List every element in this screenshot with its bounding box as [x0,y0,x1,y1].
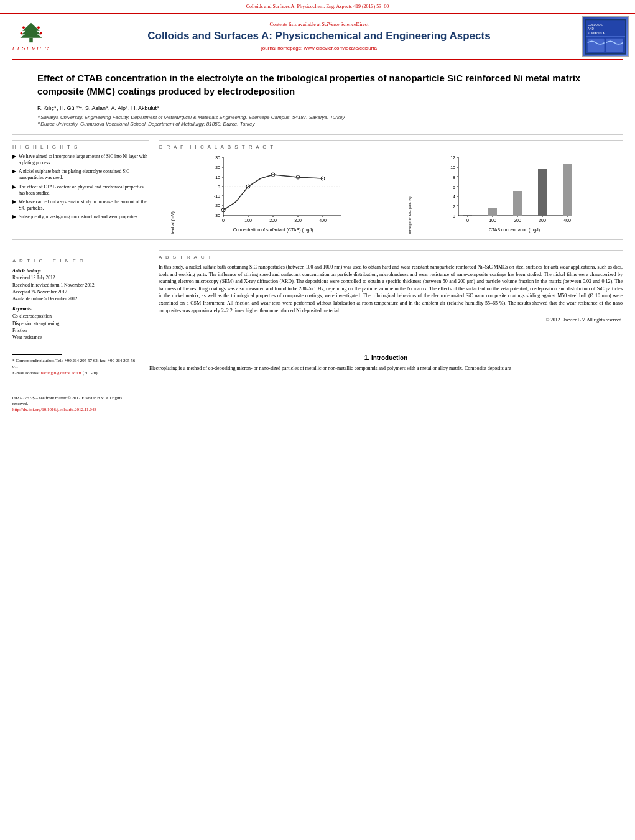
svg-text:200: 200 [269,218,277,223]
svg-text:20: 20 [215,165,220,170]
copyright: © 2012 Elsevier B.V. All rights reserved… [159,317,623,323]
svg-rect-14 [588,38,605,51]
highlight-text-4: We have carried out a systematic study t… [19,199,149,211]
svg-text:100: 100 [489,218,496,223]
authors-line: F. Kılıçᵃ, H. Gülᵇ˒*, S. Aslanᵃ, A. Alpᵃ… [37,105,598,111]
svg-text:AND: AND [588,27,595,30]
abstract-text: In this study, a nickel sulfate bath con… [159,264,623,314]
highlights-abstract-row: H I G H L I G H T S ▶ We have aimed to i… [0,135,635,234]
bullet-4: ▶ [12,199,16,206]
journal-header: Colloids and Surfaces A: Physicochem. En… [0,0,635,14]
svg-point-7 [40,32,42,34]
svg-text:SURFACES A: SURFACES A [588,32,605,35]
bullet-2: ▶ [12,168,16,175]
highlight-item-2: ▶ A nickel sulphate bath the plating ele… [12,168,149,181]
doi-link[interactable]: http://dx.doi.org/10.1016/j.colsurfa.201… [12,407,137,413]
svg-text:Zeta potential (mV): Zeta potential (mV) [170,211,175,234]
zeta-potential-chart: 30 20 10 0 -10 -20 [159,154,387,234]
svg-text:200: 200 [514,218,521,223]
graphical-abstract-section: G R A P H I C A L A B S T R A C T 30 [159,140,623,234]
svg-rect-77 [488,208,497,216]
highlight-text-1: We have aimed to incorporate large amoun… [19,154,149,166]
affiliation-b: ᵇ Duzce University, Gumusova Vocational … [37,121,598,127]
highlights-column: H I G H L I G H T S ▶ We have aimed to i… [12,140,149,234]
footnote-sep [12,354,62,355]
svg-rect-0 [29,37,33,42]
sic-volume-chart: 12 10 8 6 4 2 0 [394,154,623,234]
highlight-text-3: The effect of CTAB content on physical a… [19,184,149,196]
charts-container: 30 20 10 0 -10 -20 [159,154,623,234]
keywords-label: Keywords: [12,306,149,312]
bullet-5: ▶ [12,214,16,221]
svg-text:CTAB concentration (mg/l): CTAB concentration (mg/l) [489,228,540,233]
svg-text:0: 0 [453,214,455,218]
highlight-item-5: ▶ Subsequently, investigating microstruc… [12,214,149,221]
svg-rect-15 [606,38,623,51]
elsevier-logo: ELSEVIER [6,19,56,53]
affiliation-a: ᵃ Sakarya University, Engineering Facult… [37,114,598,120]
email-label: E-mail address: [12,371,41,376]
svg-text:6: 6 [453,185,455,190]
keyword-1: Co-electrodeposition [12,313,149,320]
bullet-3: ▶ [12,184,16,191]
bottom-section: * Corresponding author. Tel.: +90 264 29… [0,351,635,413]
sciverse-link-text[interactable]: SciVerse ScienceDirect [322,22,369,27]
highlights-section: H I G H L I G H T S ▶ We have aimed to i… [12,140,149,221]
svg-rect-76 [463,215,472,216]
revised-date: Received in revised form 1 November 2012 [12,282,149,288]
highlight-item-4: ▶ We have carried out a systematic study… [12,199,149,211]
sciverse-link: Contents lists available at SciVerse Sci… [62,22,576,27]
available-date: Available online 5 December 2012 [12,295,149,302]
issn-block: 0927-7757/$ – see front matter © 2012 El… [12,395,137,413]
svg-text:COLLOIDS: COLLOIDS [588,23,603,26]
keyword-3: Friction [12,327,149,334]
page: Colloids and Surfaces A: Physicochem. En… [0,0,635,840]
graphical-abstract-label: G R A P H I C A L A B S T R A C T [159,144,623,150]
abstract-label: A B S T R A C T [159,254,623,260]
svg-point-5 [37,26,40,29]
journal-homepage: journal homepage: www.elsevier.com/locat… [62,45,576,51]
section-separator-2 [12,346,623,346]
keywords-section: Keywords: Co-electrodeposition Dispersio… [12,306,149,341]
svg-rect-78 [513,191,522,216]
journal-title-block: Contents lists available at SciVerse Sci… [56,22,582,50]
email-suffix: (H. Gül). [81,371,98,376]
article-info-abstract-row: A R T I C L E I N F O Article history: R… [0,245,635,341]
svg-text:-20: -20 [214,203,220,208]
svg-text:0: 0 [222,218,225,223]
elsevier-wordmark: ELSEVIER [12,44,50,52]
svg-text:4: 4 [453,195,455,199]
highlight-item-1: ▶ We have aimed to incorporate large amo… [12,154,149,166]
history-label: Article history: [12,268,41,274]
article-info-section: A R T I C L E I N F O Article history: R… [12,254,149,341]
footnote-text: * Corresponding author. Tel.: +90 264 29… [12,358,137,376]
issn-text: 0927-7757/$ – see front matter © 2012 El… [12,395,137,408]
highlights-label: H I G H L I G H T S [12,144,149,150]
email-line: E-mail address: harungul@duzce.edu.tr (H… [12,371,137,377]
paper-title-section: Effect of CTAB concentration in the elec… [0,60,635,134]
svg-text:30: 30 [215,155,220,160]
highlight-text-2: A nickel sulphate bath the plating elect… [19,168,149,181]
svg-text:-30: -30 [214,213,220,218]
svg-text:Concentration of surfactant (C: Concentration of surfactant (CTAB) (mg/l… [233,228,313,233]
svg-text:10: 10 [450,165,455,170]
paper-title: Effect of CTAB concentration in the elec… [37,72,598,98]
svg-text:400: 400 [319,218,327,223]
highlight-item-3: ▶ The effect of CTAB content on physical… [12,184,149,196]
svg-text:2: 2 [453,205,455,209]
journal-url[interactable]: www.elsevier.com/locate/colsurfa [304,45,377,51]
header-inner: ELSEVIER Contents lists available at Sci… [0,14,635,59]
svg-text:10: 10 [215,175,220,180]
journal-title: Colloids and Surfaces A: Physicochemical… [62,29,576,43]
introduction-text: Electroplating is a method of co-deposit… [149,365,623,372]
received-date: Received 13 July 2012 [12,274,149,281]
journal-cover-thumbnail: COLLOIDS AND SURFACES A [582,16,629,57]
accepted-date: Accepted 24 November 2012 [12,288,149,295]
svg-text:300: 300 [539,218,546,223]
svg-text:0: 0 [218,185,220,189]
svg-point-4 [22,26,25,29]
corresponding-note: * Corresponding author. Tel.: +90 264 29… [12,358,137,371]
email-address[interactable]: harungul@duzce.edu.tr [41,371,82,376]
svg-text:8: 8 [453,175,455,180]
svg-text:300: 300 [294,218,302,223]
